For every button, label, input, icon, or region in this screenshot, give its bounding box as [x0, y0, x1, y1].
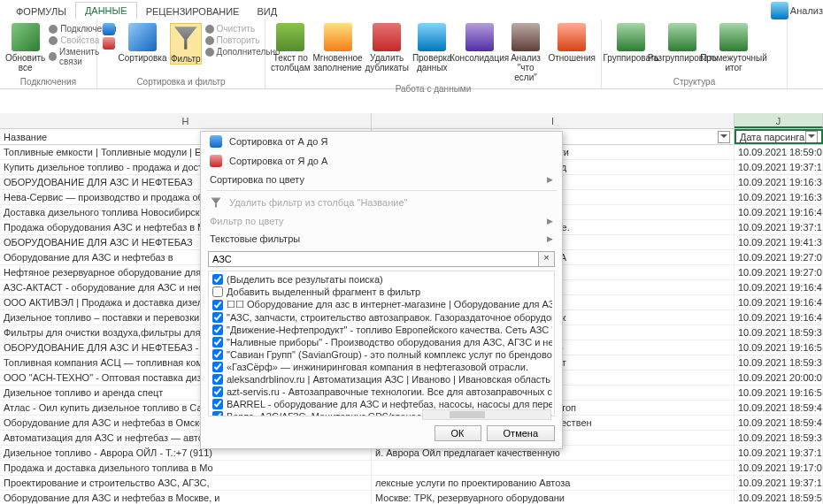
what-if[interactable]: Анализ "что если"	[507, 23, 545, 82]
filter-checkbox[interactable]	[212, 349, 223, 360]
filter-checkbox[interactable]	[212, 300, 223, 310]
filter-option-label: BARREL - оборудование для АЗС и нефтебаз…	[227, 399, 552, 409]
filter-checkbox[interactable]	[212, 312, 223, 323]
filter-option-label: azt-servis.ru - Автозаправочные технолог…	[227, 386, 552, 397]
cell-H[interactable]: Оборудование для АЗС и нефтебаз в Москве…	[0, 491, 372, 504]
header-J[interactable]: Дата парсинга	[735, 129, 823, 144]
cell-J[interactable]: 10.09.2021 19:16:45	[735, 280, 823, 294]
filter-option[interactable]: «ГазСёрф» — инжиниринговая компания в не…	[211, 361, 552, 373]
cell-J[interactable]: 10.09.2021 20:00:03	[735, 370, 823, 385]
filter-option-label: "АЗС, запчасти, строительство автозаправ…	[227, 312, 552, 323]
cell-J[interactable]: 10.09.2021 18:59:06	[735, 145, 823, 159]
col-H[interactable]: H	[0, 113, 372, 128]
cell-J[interactable]: 10.09.2021 19:16:39	[735, 175, 823, 189]
cell-I[interactable]	[372, 461, 735, 475]
cell-I[interactable]: Москве: ТРК, резервуарного оборудовани	[372, 491, 735, 504]
filter-checkbox[interactable]	[212, 337, 223, 347]
filter-dropdown-I[interactable]	[718, 131, 730, 143]
cell-J[interactable]: 10.09.2021 19:37:13	[735, 220, 823, 234]
consolidate[interactable]: Консолидация	[456, 23, 504, 63]
filter-dropdown-J[interactable]	[805, 131, 818, 143]
cell-H[interactable]: Проектирование и строительство АЗС, АГЗС…	[0, 476, 372, 490]
filter-checkbox[interactable]	[212, 325, 223, 335]
filter-option[interactable]: "Наливные приборы" - Производство оборуд…	[211, 336, 552, 348]
sort-az[interactable]: Сортировка от А до Я	[201, 132, 562, 151]
cell-J[interactable]: 10.09.2021 19:27:04	[735, 250, 823, 264]
tab-review[interactable]: РЕЦЕНЗИРОВАНИЕ	[137, 4, 249, 19]
analysis-partial[interactable]: Анализ	[771, 2, 823, 19]
data-validation[interactable]: Проверка данных	[412, 23, 452, 73]
remove-duplicates[interactable]: Удалить дубликаты	[365, 23, 409, 73]
filter-option[interactable]: aleksandrblinov.ru | Автоматизация АЗС |…	[211, 373, 552, 386]
flash-fill[interactable]: Мгновенное заполнение	[314, 23, 362, 73]
filter-option[interactable]: (Выделить все результаты поиска)	[211, 273, 552, 286]
filter-option[interactable]: "Движение-Нефтепродукт" - топливо Европе…	[211, 324, 552, 336]
filter-checkbox[interactable]	[212, 274, 223, 285]
checklist-h-scrollbar[interactable]	[422, 409, 551, 420]
chain-icon	[49, 52, 57, 61]
cell-J[interactable]: 10.09.2021 19:16:40	[735, 205, 823, 219]
col-J[interactable]: J	[735, 113, 823, 128]
cell-J[interactable]: 10.09.2021 18:59:38	[735, 355, 823, 370]
sort-by-color[interactable]: Сортировка по цвету▶	[201, 171, 562, 188]
cancel-button[interactable]: Отмена	[487, 425, 555, 441]
cell-J[interactable]: 10.09.2021 18:59:34	[735, 431, 823, 445]
filter-checklist[interactable]: (Выделить все результаты поиска)Добавить…	[208, 271, 555, 416]
cell-J[interactable]: 10.09.2021 19:16:56	[735, 386, 823, 400]
filter-checkbox[interactable]	[212, 286, 223, 297]
cell-J[interactable]: 10.09.2021 18:59:42	[735, 416, 823, 430]
tab-data[interactable]: ДАННЫЕ	[75, 2, 137, 19]
filter-checkbox[interactable]	[212, 386, 223, 397]
ungroup-button[interactable]: Разгруппировать	[658, 23, 706, 63]
table-row[interactable]: Продажа и доставка дизельного топлива в …	[0, 461, 823, 476]
search-clear-button[interactable]: ×	[539, 251, 555, 267]
refresh-all-button[interactable]: Обновить все	[5, 23, 45, 73]
sort-az-icon[interactable]	[103, 23, 115, 35]
sort-za-icon[interactable]	[103, 37, 115, 50]
cell-J[interactable]: 10.09.2021 19:16:49	[735, 310, 823, 325]
filter-button[interactable]: Фильтр	[170, 23, 202, 65]
cell-I[interactable]: лексные услуги по проектированию Автоза	[372, 476, 735, 490]
table-row[interactable]: Оборудование для АЗС и нефтебаз в Москве…	[0, 491, 823, 504]
col-I[interactable]: I	[372, 113, 735, 128]
sort-za-icon	[210, 155, 222, 167]
cell-J[interactable]: 10.09.2021 19:16:45	[735, 295, 823, 309]
cell-J[interactable]: 10.09.2021 19:37:18	[735, 446, 823, 460]
relations[interactable]: Отношения	[548, 23, 596, 63]
cell-J[interactable]: 10.09.2021 19:27:04	[735, 265, 823, 279]
cell-J[interactable]: 10.09.2021 19:37:19	[735, 476, 823, 490]
filter-option[interactable]: "Савиан Групп" (SavianGroup) - это полны…	[211, 348, 552, 361]
sort-button[interactable]: Сортировка	[119, 23, 166, 63]
filter-by-color: Фильтр по цвету▶	[201, 212, 562, 230]
filter-checkbox[interactable]	[212, 399, 223, 409]
gear-icon	[49, 36, 58, 45]
text-to-columns[interactable]: Текст по столбцам	[271, 23, 311, 73]
filter-option[interactable]: azt-servis.ru - Автозаправочные технолог…	[211, 386, 552, 398]
filter-option-label: Добавить выделенный фрагмент в фильтр	[227, 286, 420, 297]
filter-checkbox[interactable]	[212, 374, 223, 385]
tab-formulas[interactable]: ФОРМУЛЫ	[7, 4, 75, 19]
cell-J[interactable]: 10.09.2021 19:16:53	[735, 340, 823, 355]
cell-J[interactable]: 10.09.2021 19:41:39	[735, 235, 823, 249]
filter-checkbox[interactable]	[212, 411, 223, 416]
cell-J[interactable]: 10.09.2021 19:17:00	[735, 461, 823, 475]
filter-option[interactable]: ☐☐ Оборудование для азс в интернет-магаз…	[211, 298, 552, 311]
table-row[interactable]: Проектирование и строительство АЗС, АГЗС…	[0, 476, 823, 491]
filter-checkbox[interactable]	[212, 362, 223, 372]
filter-option[interactable]: "АЗС, запчасти, строительство автозаправ…	[211, 311, 552, 324]
subtotal-button[interactable]: Промежуточный итог	[710, 23, 758, 73]
cell-J[interactable]: 10.09.2021 18:59:34	[735, 325, 823, 340]
filter-option[interactable]: Добавить выделенный фрагмент в фильтр	[211, 286, 552, 298]
cell-J[interactable]: 10.09.2021 18:59:53	[735, 491, 823, 504]
ok-button[interactable]: ОК	[435, 425, 481, 441]
filter-search-input[interactable]	[208, 251, 539, 267]
filter-option[interactable]: BARREL - оборудование для АЗС и нефтебаз…	[211, 398, 552, 410]
cell-J[interactable]: 10.09.2021 18:59:41	[735, 401, 823, 415]
clear-icon	[205, 25, 214, 34]
cell-H[interactable]: Продажа и доставка дизельного топлива в …	[0, 461, 372, 475]
cell-J[interactable]: 10.09.2021 19:37:12	[735, 160, 823, 174]
cell-J[interactable]: 10.09.2021 19:16:39	[735, 190, 823, 204]
text-filters[interactable]: Текстовые фильтры▶	[201, 230, 562, 248]
tab-view[interactable]: ВИД	[248, 4, 286, 19]
sort-za[interactable]: Сортировка от Я до А	[201, 151, 562, 171]
